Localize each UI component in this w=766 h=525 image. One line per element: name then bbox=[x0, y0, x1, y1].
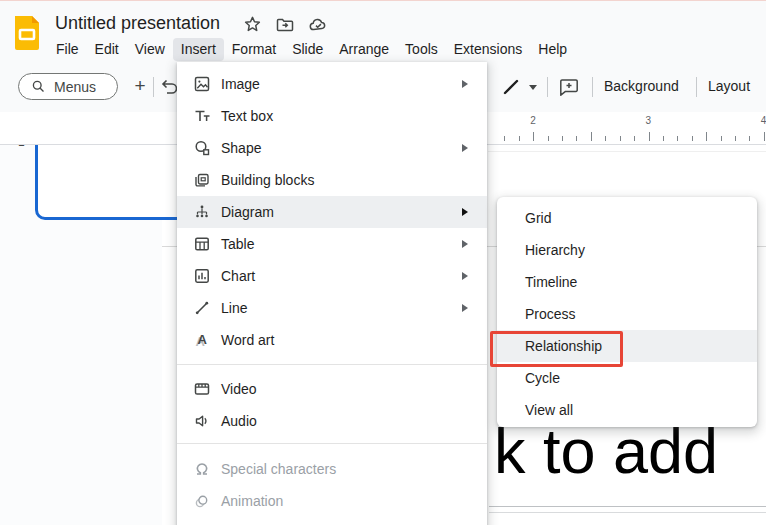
ruler-number: 4 bbox=[761, 115, 766, 126]
menu-item-label: Video bbox=[221, 381, 257, 397]
toolbar-shadow-line bbox=[488, 151, 766, 152]
ruler-tick bbox=[605, 136, 606, 141]
menu-item-label: Building blocks bbox=[221, 172, 314, 188]
menu-item-audio[interactable]: Audio bbox=[177, 405, 487, 437]
menu-help[interactable]: Help bbox=[530, 38, 575, 61]
menu-file[interactable]: File bbox=[48, 38, 87, 61]
top-border bbox=[0, 0, 766, 1]
ruler-tick bbox=[677, 136, 678, 141]
submenu-arrow-icon bbox=[462, 144, 468, 152]
ruler-tick bbox=[749, 136, 750, 141]
menu-item-label: Image bbox=[221, 76, 260, 92]
ruler-tick bbox=[634, 136, 635, 141]
menu-item-label: Special characters bbox=[221, 461, 336, 477]
ruler-number: 3 bbox=[646, 115, 652, 126]
submenu-arrow-icon bbox=[462, 208, 468, 216]
document-title[interactable]: Untitled presentation bbox=[55, 13, 220, 34]
toolbar-divider bbox=[696, 77, 697, 97]
ruler-tick bbox=[533, 132, 534, 141]
video-icon bbox=[192, 379, 212, 399]
menu-extensions[interactable]: Extensions bbox=[446, 38, 530, 61]
menu-item-word-art[interactable]: AA Word art bbox=[177, 324, 487, 356]
menu-item-image[interactable]: Image bbox=[177, 68, 487, 100]
submenu-arrow-icon bbox=[462, 240, 468, 248]
line-tool-icon[interactable] bbox=[500, 76, 522, 98]
ruler-tick bbox=[721, 136, 722, 141]
ruler-tick bbox=[548, 136, 549, 141]
slide-thumbnail[interactable] bbox=[35, 132, 191, 220]
submenu-item-grid[interactable]: Grid bbox=[497, 202, 757, 234]
ruler-tick bbox=[519, 136, 520, 141]
cloud-check-icon[interactable] bbox=[308, 16, 329, 34]
annotation-highlight-box bbox=[490, 331, 623, 367]
menu-slide[interactable]: Slide bbox=[284, 38, 331, 61]
toolbar-divider bbox=[547, 77, 548, 97]
background-button[interactable]: Background bbox=[604, 78, 679, 94]
menu-item-text-box[interactable]: Text box bbox=[177, 100, 487, 132]
placeholder-bottom-border bbox=[489, 506, 766, 507]
menu-item-shape[interactable]: Shape bbox=[177, 132, 487, 164]
menu-item-video[interactable]: Video bbox=[177, 373, 487, 405]
menu-item-table[interactable]: Table bbox=[177, 228, 487, 260]
ruler-tick bbox=[735, 136, 736, 141]
ruler-tick bbox=[504, 136, 505, 141]
ruler-tick bbox=[764, 132, 765, 141]
building-blocks-icon bbox=[192, 170, 212, 190]
submenu-item-process[interactable]: Process bbox=[497, 298, 757, 330]
menu-item-diagram[interactable]: Diagram bbox=[177, 196, 487, 228]
menu-item-label: Audio bbox=[221, 413, 257, 429]
menu-edit[interactable]: Edit bbox=[87, 38, 127, 61]
ruler-tick bbox=[649, 132, 650, 141]
menu-view[interactable]: View bbox=[127, 38, 173, 61]
star-icon[interactable] bbox=[243, 15, 262, 34]
menu-item-label: Shape bbox=[221, 140, 261, 156]
svg-text:A: A bbox=[197, 332, 207, 347]
submenu-item-view-all[interactable]: View all bbox=[497, 394, 757, 426]
toolbar-divider bbox=[153, 77, 154, 97]
omega-icon bbox=[192, 459, 212, 479]
diagram-submenu: Grid Hierarchy Timeline Process Relation… bbox=[497, 197, 757, 427]
ruler-number: 2 bbox=[530, 115, 536, 126]
submenu-item-timeline[interactable]: Timeline bbox=[497, 266, 757, 298]
submenu-arrow-icon bbox=[462, 304, 468, 312]
menu-item-label: Animation bbox=[221, 493, 283, 509]
google-slides-logo[interactable] bbox=[13, 14, 41, 50]
menu-bar: File Edit View Insert Format Slide Arran… bbox=[48, 38, 575, 61]
search-menus-button[interactable]: Menus bbox=[18, 73, 118, 100]
menu-item-label: Word art bbox=[221, 332, 274, 348]
menu-item-building-blocks[interactable]: Building blocks bbox=[177, 164, 487, 196]
title-placeholder-text[interactable]: k to add bbox=[494, 420, 718, 483]
menu-tools[interactable]: Tools bbox=[397, 38, 446, 61]
line-tool-caret-icon[interactable] bbox=[529, 85, 537, 90]
menu-item-special-characters: Special characters bbox=[177, 453, 487, 485]
diagram-icon bbox=[192, 202, 212, 222]
submenu-arrow-icon bbox=[462, 272, 468, 280]
new-slide-button[interactable]: + bbox=[127, 72, 153, 100]
menu-item-label: Text box bbox=[221, 108, 273, 124]
add-comment-icon[interactable] bbox=[558, 76, 580, 98]
image-icon bbox=[192, 74, 212, 94]
menu-item-label: Diagram bbox=[221, 204, 274, 220]
ruler-tick bbox=[576, 136, 577, 141]
shape-icon bbox=[192, 138, 212, 158]
submenu-item-hierarchy[interactable]: Hierarchy bbox=[497, 234, 757, 266]
animation-icon bbox=[192, 491, 212, 511]
ruler-tick bbox=[663, 136, 664, 141]
menu-format[interactable]: Format bbox=[224, 38, 284, 61]
menu-item-label: Chart bbox=[221, 268, 255, 284]
placeholder-bottom-border-2 bbox=[489, 512, 766, 513]
filmstrip-panel: 1 bbox=[0, 144, 162, 525]
move-folder-icon[interactable] bbox=[275, 16, 295, 34]
menu-insert[interactable]: Insert bbox=[173, 38, 224, 61]
menu-item-line[interactable]: Line bbox=[177, 292, 487, 324]
submenu-arrow-icon bbox=[462, 80, 468, 88]
layout-button[interactable]: Layout bbox=[708, 78, 750, 94]
menus-label: Menus bbox=[54, 79, 96, 95]
ruler-tick bbox=[692, 136, 693, 141]
menu-divider bbox=[177, 364, 487, 365]
google-slides-window: 1 k to add 234 Untitled presentation bbox=[0, 0, 766, 525]
line-icon bbox=[192, 298, 212, 318]
menu-arrange[interactable]: Arrange bbox=[331, 38, 397, 61]
menu-item-chart[interactable]: Chart bbox=[177, 260, 487, 292]
chart-icon bbox=[192, 266, 212, 286]
